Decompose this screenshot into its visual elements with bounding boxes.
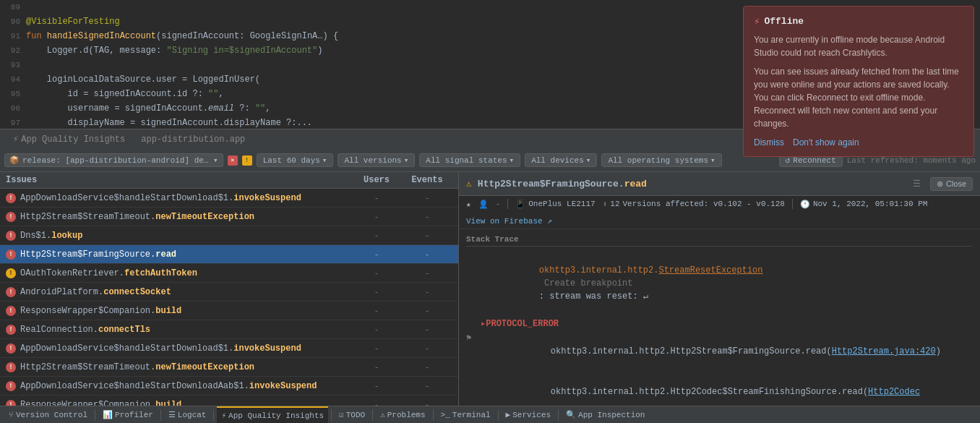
release-chevron: ▾ [213, 155, 218, 165]
status-todo[interactable]: ☑ TODO [335, 406, 369, 423]
list-item: ▸PROTOCOL_ERROR [466, 317, 973, 330]
close-icon: ⊗ [937, 179, 943, 189]
offline-icon: ⚡ [754, 15, 760, 27]
stack-link[interactable]: Http2Codec [868, 387, 920, 397]
table-row[interactable]: ! ResponseWrapper$Companion.build - - [0, 396, 458, 406]
logcat-icon: ☰ [168, 410, 176, 419]
error-icon: ! [6, 306, 16, 316]
app-inspection-icon: 🔍 [566, 410, 576, 419]
app-dist-tab-label: app-distribution.app [141, 134, 245, 145]
aqi-status-icon: ⚡ [221, 411, 226, 420]
error-icon: ! [6, 325, 16, 335]
os-dropdown[interactable]: All operating systems ▾ [601, 153, 721, 167]
close-detail-button[interactable]: ⊗ Close [930, 177, 973, 191]
detail-warn-icon: ⚠ [466, 178, 472, 189]
os-label: All operating systems [608, 156, 708, 165]
table-row[interactable]: ! Dns$1.lookup - - [0, 226, 458, 245]
code-editor: 89 90 @VisibleForTesting 91 fun handleSi… [0, 0, 980, 129]
table-row[interactable]: ! AppDownloadService$handleStartDownload… [0, 189, 458, 208]
version-control-icon: ⑂ [9, 411, 14, 419]
error-icon: ! [6, 400, 16, 406]
col-issues-label: Issues [6, 175, 351, 185]
offline-popup: ⚡ Offline You are currently in offline m… [743, 6, 974, 129]
terminal-icon: >_ [441, 411, 450, 419]
signal-states-label: All signal states [426, 156, 507, 165]
status-version-control[interactable]: ⑂ Version Control [4, 406, 92, 423]
versions-label: All versions [344, 156, 401, 165]
offline-title: Offline [764, 16, 804, 27]
table-row[interactable]: ! AppDownloadService$handleStartDownload… [0, 339, 458, 358]
table-row[interactable]: ! AndroidPlatform.connectSocket - - [0, 283, 458, 302]
table-row[interactable]: ! RealConnection.connectTls - - [0, 320, 458, 339]
last-refreshed-label: Last refreshed: moments ago [847, 156, 976, 165]
table-row[interactable]: ! Http2Stream$FramingSource.read - - [0, 245, 458, 264]
status-services[interactable]: ▶ Services [502, 406, 555, 423]
error-icon: ! [6, 343, 16, 354]
status-logcat[interactable]: ☰ Logcat [164, 406, 211, 423]
offline-body-2: You can see issues already fetched from … [754, 65, 963, 129]
devices-chevron: ▾ [586, 155, 591, 165]
device-info: 📱 OnePlus LE2117 [515, 200, 595, 209]
problems-icon: ⚠ [380, 410, 385, 419]
release-selector[interactable]: 📦 release: [app-distribution-android] de… [4, 153, 223, 167]
detail-title: Http2Stream$FramingSource.read [478, 179, 904, 189]
issues-panel: Issues Users Events ! AppDownloadService… [0, 172, 459, 406]
time-range-dropdown[interactable]: Last 60 days ▾ [257, 153, 334, 167]
devices-label: All devices [531, 156, 584, 165]
list-item: ⚑ okhttp3.internal.http2.Http2Stream$Fra… [466, 332, 973, 371]
table-row[interactable]: ! Http2Stream$StreamTimeout.newTimeoutEx… [0, 358, 458, 377]
list-view-icon[interactable]: ☰ [910, 176, 924, 191]
status-problems[interactable]: ⚠ Problems [376, 406, 429, 423]
table-row[interactable]: ! AppDownloadService$handleStartDownload… [0, 377, 458, 396]
versions-dropdown[interactable]: All versions ▾ [338, 153, 415, 167]
list-item: okhttp3.internal.http2.Http2Codec$Stream… [466, 372, 973, 406]
error-icon: ! [6, 287, 16, 297]
versions-info: ⬆ 12 Versions affected: v0.102 - v0.128 [603, 200, 785, 209]
profiler-icon: 📊 [103, 410, 113, 419]
time-range-chevron: ▾ [322, 155, 327, 165]
star-icon: ★ [466, 200, 471, 209]
tab-aqi[interactable]: ⚡ App Quality Insights [6, 132, 132, 147]
detail-header: ⚠ Http2Stream$FramingSource.read ☰ ⊗ Clo… [459, 172, 980, 196]
error-icon: ! [6, 231, 16, 241]
stack-link[interactable]: Http2Stream.java:420 [832, 346, 936, 356]
table-row[interactable]: ! ResponseWrapper$Companion.build - - [0, 302, 458, 320]
release-icon: 📦 [9, 155, 20, 165]
status-terminal[interactable]: >_ Terminal [437, 406, 495, 423]
warn-icon: ! [6, 268, 16, 278]
aqi-tab-label: App Quality Insights [21, 134, 125, 145]
clock-icon: 🕐 [800, 200, 810, 209]
warn-button[interactable]: ! [242, 155, 252, 166]
status-app-inspection[interactable]: 🔍 App Inspection [562, 406, 649, 423]
table-row[interactable]: ! OAuthTokenRetriever.fetchAuthToken - - [0, 264, 458, 283]
issues-header: Issues Users Events [0, 172, 458, 189]
error-icon: ! [6, 362, 16, 372]
versions-chevron: ▾ [404, 155, 409, 165]
error-icon: ! [6, 193, 16, 203]
status-profiler[interactable]: 📊 Profiler [98, 406, 158, 423]
col-users-label: Users [351, 175, 402, 185]
list-item: okhttp3.internal.http2.StreamResetExcept… [466, 251, 973, 316]
error-icon: ! [6, 249, 16, 260]
devices-dropdown[interactable]: All devices ▾ [525, 153, 597, 167]
time-range-label: Last 60 days [263, 156, 320, 165]
view-firebase-link[interactable]: View on Firebase ↗ [466, 216, 552, 226]
detail-meta: ★ 👤 - 📱 OnePlus LE2117 ⬆ 12 Versions aff… [459, 196, 980, 229]
release-label: release: [app-distribution-android] dev.… [22, 156, 210, 165]
reconnect-label: Reconnect [793, 156, 835, 165]
signal-states-dropdown[interactable]: All signal states ▾ [419, 153, 520, 167]
stack-trace-area: Stack Trace okhttp3.internal.http2.Strea… [459, 229, 980, 406]
issues-list: ! AppDownloadService$handleStartDownload… [0, 189, 458, 406]
content-area: Issues Users Events ! AppDownloadService… [0, 172, 980, 406]
offline-body-1: You are currently in offline mode becaus… [754, 33, 963, 59]
os-chevron: ▾ [710, 155, 715, 165]
error-icon: ! [6, 381, 16, 391]
tab-app-dist[interactable]: app-distribution.app [134, 132, 252, 147]
status-aqi[interactable]: ⚡ App Quality Insights [217, 406, 328, 423]
status-bar: ⑂ Version Control 📊 Profiler ☰ Logcat ⚡ … [0, 406, 980, 423]
table-row[interactable]: ! Http2Stream$StreamTimeout.newTimeoutEx… [0, 208, 458, 226]
aqi-panel: ⚡ App Quality Insights app-distribution.… [0, 129, 980, 406]
services-icon: ▶ [506, 410, 511, 419]
close-filter-button[interactable]: ✕ [228, 155, 238, 166]
user-icon: 👤 [478, 200, 489, 209]
